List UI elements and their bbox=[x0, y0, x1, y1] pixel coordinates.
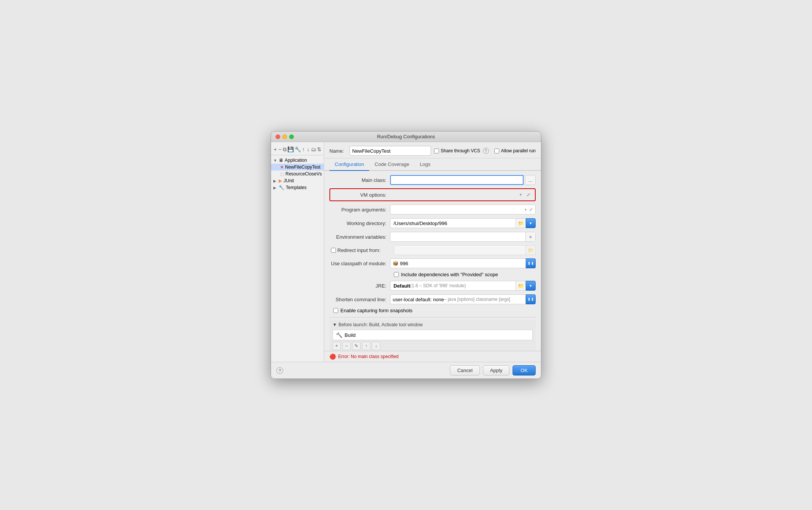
main-class-row: Main class: ... bbox=[329, 175, 536, 185]
build-edit-button[interactable]: ✎ bbox=[352, 342, 361, 350]
share-vcs-row: Share through VCS ? bbox=[434, 148, 489, 154]
shorten-command-line-label: Shorten command line: bbox=[329, 297, 390, 302]
file-icon: ▢ bbox=[280, 172, 284, 177]
main-content: Name: Share through VCS ? Allow parallel… bbox=[324, 142, 541, 362]
sidebar-item-new-file-copy-test[interactable]: ✕ NewFileCopyTest bbox=[271, 164, 324, 171]
build-down-button[interactable]: ↓ bbox=[372, 342, 380, 350]
include-dependencies-label: Include dependencies with "Provided" sco… bbox=[401, 272, 498, 277]
program-args-add-button[interactable]: + bbox=[524, 207, 528, 213]
jre-folder-button[interactable]: 📁 bbox=[516, 281, 526, 291]
main-class-field-group: ... bbox=[390, 175, 536, 185]
working-dir-folder-button[interactable]: 📁 bbox=[516, 218, 526, 228]
error-message: Error: No main class specified bbox=[338, 354, 398, 359]
program-arguments-input[interactable] bbox=[392, 207, 524, 213]
working-directory-display: /Users/shui/Desktop/996 bbox=[390, 218, 516, 228]
before-launch-header[interactable]: ▼ Before launch: Build, Activate tool wi… bbox=[329, 320, 536, 330]
enable-capturing-checkbox[interactable] bbox=[333, 308, 338, 313]
jre-label: JRE: bbox=[329, 283, 390, 289]
build-toolbar: + − ✎ ↑ ↓ bbox=[329, 340, 536, 351]
main-class-browse-button[interactable]: ... bbox=[525, 175, 536, 185]
traffic-lights bbox=[276, 135, 294, 139]
wrench-button[interactable]: 🔧 bbox=[295, 145, 301, 153]
name-label: Name: bbox=[329, 148, 346, 154]
shorten-command-line-display: user-local default: none – java [options… bbox=[390, 294, 526, 304]
shorten-command-line-arrow-button[interactable]: ⬆⬇ bbox=[526, 294, 536, 304]
module-classpath-display: 📦 996 bbox=[390, 258, 526, 268]
share-vcs-checkbox[interactable] bbox=[434, 149, 439, 153]
remove-config-button[interactable]: − bbox=[278, 145, 282, 153]
run-debug-configurations-dialog: Run/Debug Configurations + − ⧉ 💾 🔧 ↑ ↓ 🗂… bbox=[271, 131, 541, 379]
resource-close-vs-label: ResourceCloseVs bbox=[285, 171, 322, 177]
help-button[interactable]: ? bbox=[276, 367, 283, 374]
sort-down-button[interactable]: ↓ bbox=[306, 145, 310, 153]
allow-parallel-checkbox[interactable] bbox=[494, 149, 499, 153]
error-indicator-icon: 🔴 bbox=[329, 354, 336, 360]
redirect-folder-button[interactable]: 📁 bbox=[526, 245, 536, 255]
junit-arrow: ▶ bbox=[273, 179, 278, 183]
sidebar-item-templates[interactable]: ▶ 🔧 Templates bbox=[271, 184, 324, 191]
junit-label: JUnit bbox=[284, 178, 294, 183]
build-up-button[interactable]: ↑ bbox=[362, 342, 370, 350]
module-classpath-field-group: 📦 996 ⬆⬇ bbox=[390, 258, 536, 268]
sidebar-toolbar: + − ⧉ 💾 🔧 ↑ ↓ 🗂 ⇅ bbox=[271, 144, 324, 155]
shorten-command-line-row: Shorten command line: user-local default… bbox=[329, 294, 536, 305]
allow-parallel-row: Allow parallel run bbox=[494, 148, 536, 153]
footer-buttons: Cancel Apply OK bbox=[450, 365, 536, 375]
divider bbox=[329, 317, 536, 318]
save-config-button[interactable]: 💾 bbox=[287, 145, 294, 153]
environment-variables-row: Environment variables: ≡ bbox=[329, 232, 536, 242]
environment-variables-field: ≡ bbox=[390, 232, 536, 242]
templates-arrow: ▶ bbox=[273, 186, 278, 190]
copy-config-button[interactable]: ⧉ bbox=[282, 145, 286, 153]
cancel-button[interactable]: Cancel bbox=[450, 365, 480, 375]
main-class-input[interactable] bbox=[390, 175, 524, 185]
before-launch-section: ▼ Before launch: Build, Activate tool wi… bbox=[329, 320, 536, 351]
add-config-button[interactable]: + bbox=[273, 145, 277, 153]
vm-options-row: VM options: + ⤢ bbox=[329, 188, 536, 201]
sort-up-button[interactable]: ↑ bbox=[302, 145, 306, 153]
vm-options-expand-button[interactable]: ⤢ bbox=[525, 191, 532, 198]
sidebar-item-junit[interactable]: ▶ ▶ JUnit bbox=[271, 177, 324, 184]
name-input[interactable] bbox=[350, 146, 431, 156]
working-dir-arrow-button[interactable]: ▾ bbox=[526, 218, 536, 228]
templates-label: Templates bbox=[286, 185, 307, 190]
include-dependencies-checkbox[interactable] bbox=[394, 272, 399, 277]
application-label: Application bbox=[285, 158, 307, 163]
environment-variables-label: Environment variables: bbox=[329, 234, 390, 240]
window-footer: ? Cancel Apply OK bbox=[271, 362, 541, 379]
jre-row: JRE: Default (1.8 – SDK of '996' module)… bbox=[329, 280, 536, 291]
redirect-input-field-group: 📁 bbox=[394, 245, 536, 255]
redirect-input-row: Redirect input from: 📁 bbox=[329, 245, 536, 255]
environment-variables-input[interactable] bbox=[390, 234, 525, 240]
vm-options-add-button[interactable]: + bbox=[518, 191, 524, 198]
vm-options-input[interactable] bbox=[390, 191, 518, 199]
jre-arrow-button[interactable]: ▾ bbox=[526, 281, 536, 291]
module-classpath-arrow-button[interactable]: ⬆⬇ bbox=[526, 258, 536, 268]
env-table-button[interactable]: ≡ bbox=[525, 232, 535, 241]
application-icon: 🖥 bbox=[279, 158, 283, 163]
window-title: Run/Debug Configurations bbox=[377, 134, 435, 139]
tab-logs[interactable]: Logs bbox=[414, 158, 436, 171]
apply-button[interactable]: Apply bbox=[483, 365, 510, 375]
share-vcs-label: Share through VCS bbox=[441, 148, 480, 153]
build-label: Build bbox=[345, 332, 356, 338]
redirect-input-checkbox[interactable] bbox=[331, 248, 336, 253]
maximize-button[interactable] bbox=[289, 135, 294, 139]
close-button[interactable] bbox=[276, 135, 280, 139]
tab-configuration[interactable]: Configuration bbox=[329, 158, 369, 171]
main-class-label: Main class: bbox=[329, 177, 390, 183]
help-icon[interactable]: ? bbox=[483, 148, 489, 154]
sort-button[interactable]: ⇅ bbox=[317, 145, 321, 153]
program-args-expand-button[interactable]: ⤢ bbox=[528, 207, 534, 213]
sidebar-item-application[interactable]: ▼ 🖥 Application bbox=[271, 157, 324, 164]
sidebar-item-resource-close-vs[interactable]: ▢ ResourceCloseVs bbox=[271, 171, 324, 177]
tab-code-coverage[interactable]: Code Coverage bbox=[369, 158, 414, 171]
build-add-button[interactable]: + bbox=[332, 342, 341, 350]
build-remove-button[interactable]: − bbox=[342, 342, 351, 350]
ok-button[interactable]: OK bbox=[513, 365, 536, 375]
sidebar: + − ⧉ 💾 🔧 ↑ ↓ 🗂 ⇅ ▼ 🖥 Application ✕ NewF… bbox=[271, 142, 324, 362]
folder-add-button[interactable]: 🗂 bbox=[311, 145, 316, 153]
minimize-button[interactable] bbox=[282, 135, 287, 139]
working-directory-label: Working directory: bbox=[329, 221, 390, 226]
title-bar: Run/Debug Configurations bbox=[271, 131, 541, 142]
